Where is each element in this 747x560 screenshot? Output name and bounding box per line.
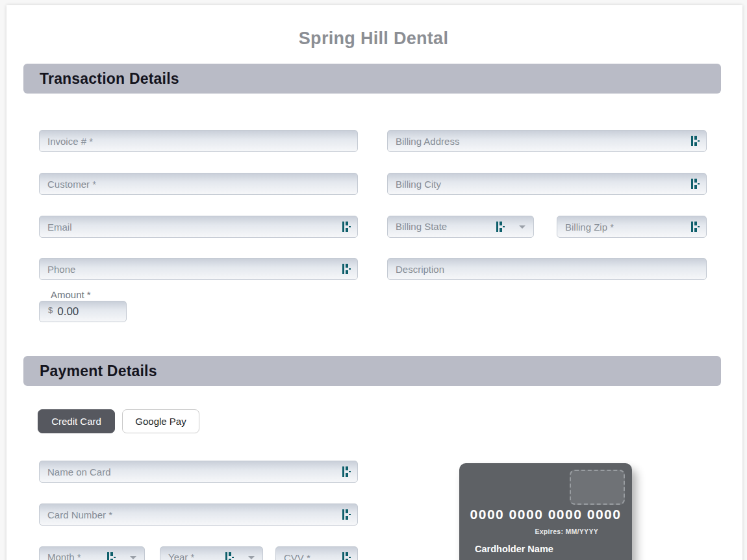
amount-field: $: [39, 301, 127, 322]
cardholder-name-display: Cardholder Name: [475, 544, 553, 554]
email-field: [39, 216, 358, 238]
chevron-down-icon: [248, 556, 255, 559]
expiry-year-select[interactable]: Year *: [160, 546, 263, 560]
autofill-bars-icon: [342, 466, 351, 477]
card-number-input[interactable]: [39, 503, 358, 526]
billing-zip-input[interactable]: [557, 216, 707, 238]
chevron-down-icon: [130, 556, 136, 559]
card-expires-display: Expires: MM/YYYY: [535, 528, 598, 535]
chevron-down-icon: [519, 225, 525, 229]
transaction-details-header-label: Transaction Details: [40, 70, 179, 88]
expiry-year-select-label: Year *: [168, 547, 194, 560]
phone-field: [39, 258, 358, 280]
billing-zip-field: [557, 216, 707, 238]
billing-city-input[interactable]: [387, 173, 707, 195]
page-title: Spring Hill Dental: [0, 29, 747, 49]
currency-prefix: $: [48, 301, 53, 315]
email-input[interactable]: [39, 216, 358, 238]
autofill-bars-icon: [342, 552, 351, 560]
name-on-card-field: [39, 461, 358, 483]
description-input[interactable]: [387, 258, 707, 280]
autofill-bars-icon: [107, 552, 116, 560]
card-number-field: [39, 503, 358, 526]
card-number-display: 0000 0000 0000 0000: [459, 507, 632, 522]
payment-details-header: Payment Details: [23, 356, 721, 386]
billing-address-input[interactable]: [387, 130, 707, 152]
name-on-card-input[interactable]: [39, 461, 358, 483]
autofill-bars-icon: [342, 509, 351, 520]
autofill-bars-icon: [225, 552, 234, 560]
billing-state-select[interactable]: Billing State: [387, 216, 534, 238]
expiry-month-select-label: Month *: [47, 547, 81, 560]
credit-card-button[interactable]: Credit Card: [38, 409, 115, 433]
customer-field: [39, 173, 358, 195]
autofill-bars-icon: [342, 222, 351, 232]
phone-input[interactable]: [39, 258, 358, 280]
amount-label: Amount *: [51, 289, 91, 300]
customer-input[interactable]: [39, 173, 358, 195]
credit-card-preview: 0000 0000 0000 0000 Expires: MM/YYYY Car…: [459, 463, 632, 560]
description-field: [387, 258, 707, 280]
autofill-bars-icon: [342, 264, 351, 274]
payment-form-page: Spring Hill Dental Transaction Details B…: [0, 0, 747, 560]
card-brand-placeholder: [570, 470, 625, 505]
invoice-field: [39, 130, 358, 152]
expiry-month-select[interactable]: Month *: [39, 546, 145, 560]
autofill-bars-icon: [691, 222, 700, 232]
payment-details-header-label: Payment Details: [40, 363, 157, 380]
transaction-details-header: Transaction Details: [23, 64, 721, 94]
google-pay-button[interactable]: Google Pay: [122, 409, 199, 433]
amount-input[interactable]: [53, 305, 105, 318]
billing-address-field: [387, 130, 707, 152]
invoice-input[interactable]: [39, 130, 358, 152]
billing-state-select-label: Billing State: [396, 216, 447, 237]
autofill-bars-icon: [691, 179, 700, 189]
billing-city-field: [387, 173, 707, 195]
autofill-bars-icon: [496, 222, 505, 232]
cvv-field: [275, 546, 358, 560]
autofill-bars-icon: [691, 136, 700, 146]
